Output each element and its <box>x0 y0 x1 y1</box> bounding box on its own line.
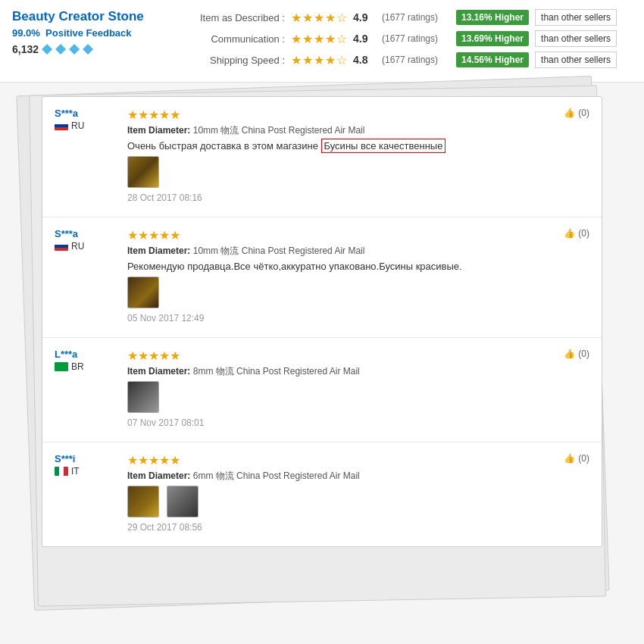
review-text-1: Рекомендую продавца.Все чётко,аккуратно … <box>127 261 462 272</box>
reviewer-name-0[interactable]: S***a <box>55 108 115 119</box>
country-text-3: IT <box>71 466 80 477</box>
rating-score-0: 4.9 <box>353 11 376 23</box>
helpful-count-2: (0) <box>578 349 589 359</box>
review-stars-3: ★★★★★ <box>127 453 360 467</box>
reviewer-country-1: RU <box>55 241 115 252</box>
review-star-icon-3-0: ★ <box>127 454 138 467</box>
star-icon-2-3: ★ <box>325 53 336 67</box>
review-body-0: ★★★★★Item Diameter: 10mm 物流 China Post R… <box>127 108 445 203</box>
country-text-1: RU <box>71 241 84 252</box>
star-icon-1-2: ★ <box>314 32 324 46</box>
star-icon-1-1: ★ <box>302 32 313 46</box>
star-icon-2-0: ★ <box>291 53 302 67</box>
diamond-icon-2 <box>55 44 66 55</box>
review-star-icon-0-1: ★ <box>138 108 148 121</box>
positive-feedback: 99.0% Positive Feedback <box>12 27 164 39</box>
review-star-icon-0-4: ★ <box>170 108 180 121</box>
than-sellers-1: than other sellers <box>535 30 617 47</box>
star-icon-1-4: ☆ <box>336 32 347 46</box>
star-icon-0-2: ★ <box>314 11 324 25</box>
helpful-btn-3[interactable]: 👍(0) <box>564 453 589 464</box>
diamonds-count: 6,132 <box>12 43 39 55</box>
review-star-icon-2-3: ★ <box>159 349 170 362</box>
review-star-icon-3-4: ★ <box>170 454 180 467</box>
top-section: Beauty Creator Stone 99.0% Positive Feed… <box>0 0 644 83</box>
rating-count-0: (1677 ratings) <box>382 12 450 23</box>
helpful-btn-2[interactable]: 👍(0) <box>564 349 589 359</box>
review-body-3: ★★★★★Item Diameter: 6mm 物流 China Post Re… <box>127 453 360 533</box>
helpful-btn-1[interactable]: 👍(0) <box>564 228 589 239</box>
flag-icon-0 <box>55 121 68 130</box>
review-star-icon-2-0: ★ <box>127 349 138 362</box>
review-stars-0: ★★★★★ <box>127 108 445 122</box>
review-thumb-2[interactable] <box>127 381 159 413</box>
review-date-3: 29 Oct 2017 08:56 <box>127 522 360 533</box>
diamond-icon-4 <box>83 44 93 55</box>
seller-name[interactable]: Beauty Creator Stone <box>12 9 164 24</box>
flag-icon-1 <box>55 242 68 251</box>
star-icon-2-2: ★ <box>314 53 324 67</box>
country-text-0: RU <box>71 120 84 131</box>
star-icon-0-1: ★ <box>302 11 313 25</box>
review-main-row-0: S***aRU★★★★★Item Diameter: 10mm 物流 China… <box>55 108 445 203</box>
review-header-1: S***aRU★★★★★Item Diameter: 10mm 物流 China… <box>55 228 589 324</box>
rating-count-2: (1677 ratings) <box>382 55 450 65</box>
rating-stars-2: ★★★★☆ <box>291 53 347 67</box>
review-thumb-1[interactable] <box>127 277 159 308</box>
review-item-0: S***aRU★★★★★Item Diameter: 10mm 物流 China… <box>42 97 602 217</box>
review-text-0: Очень быстрая доставка в этом магазине Б… <box>127 140 445 152</box>
than-sellers-0: than other sellers <box>535 9 617 26</box>
review-header-3: S***iIT★★★★★Item Diameter: 6mm 物流 China … <box>55 453 589 533</box>
thumbup-icon-0: 👍 <box>564 108 575 118</box>
review-meta-0: Item Diameter: 10mm 物流 China Post Regist… <box>127 124 445 137</box>
rating-score-2: 4.8 <box>353 54 376 66</box>
reviewer-country-2: BR <box>55 361 115 372</box>
review-thumb-img-1 <box>128 277 158 308</box>
review-star-icon-1-1: ★ <box>138 229 148 242</box>
helpful-btn-0[interactable]: 👍(0) <box>564 108 589 118</box>
reviewer-name-1[interactable]: S***a <box>55 228 115 239</box>
review-text-part1-1: Рекомендую продавца.Все чётко,аккуратно … <box>127 261 462 272</box>
flag-icon-2 <box>55 362 68 371</box>
review-star-icon-1-4: ★ <box>170 229 180 242</box>
star-icon-2-4: ☆ <box>336 53 347 67</box>
helpful-count-0: (0) <box>578 108 589 118</box>
star-icon-0-4: ☆ <box>336 11 347 25</box>
review-header-0: S***aRU★★★★★Item Diameter: 10mm 物流 China… <box>55 108 589 203</box>
card-stack: S***aRU★★★★★Item Diameter: 10mm 物流 China… <box>42 96 602 547</box>
review-header-2: L***aBR★★★★★Item Diameter: 8mm 物流 China … <box>55 349 589 428</box>
higher-badge-1: 13.69% Higher <box>456 31 529 46</box>
review-thumb-3[interactable] <box>127 486 159 517</box>
reviewer-name-3[interactable]: S***i <box>55 453 115 464</box>
diamond-icon-3 <box>69 44 80 55</box>
review-star-icon-0-0: ★ <box>127 108 138 121</box>
diamond-icon-1 <box>42 44 52 55</box>
rating-row-0: Item as Described :★★★★☆4.9(1677 ratings… <box>179 9 632 26</box>
country-text-2: BR <box>71 361 84 372</box>
review-main-row-1: S***aRU★★★★★Item Diameter: 10mm 物流 China… <box>55 228 462 324</box>
star-icon-1-0: ★ <box>291 32 302 46</box>
review-star-icon-1-2: ★ <box>148 229 159 242</box>
star-icon-2-1: ★ <box>302 53 313 67</box>
helpful-count-1: (0) <box>578 228 589 239</box>
review-item-1: S***aRU★★★★★Item Diameter: 10mm 物流 China… <box>42 217 602 338</box>
review-star-icon-3-1: ★ <box>138 454 148 467</box>
review-meta-2: Item Diameter: 8mm 物流 China Post Registe… <box>127 365 360 378</box>
review-thumb-img-2 <box>128 382 158 412</box>
review-thumb2-3[interactable] <box>167 486 199 517</box>
seller-info: Beauty Creator Stone 99.0% Positive Feed… <box>12 9 164 55</box>
star-icon-0-0: ★ <box>291 11 302 25</box>
review-star-icon-1-0: ★ <box>127 229 138 242</box>
review-date-1: 05 Nov 2017 12:49 <box>127 313 462 324</box>
positive-feedback-label: Positive Feedback <box>45 27 131 39</box>
review-body-1: ★★★★★Item Diameter: 10mm 物流 China Post R… <box>127 228 462 324</box>
review-star-icon-1-3: ★ <box>159 229 170 242</box>
review-thumb-0[interactable] <box>127 156 159 188</box>
rating-stars-1: ★★★★☆ <box>291 32 347 46</box>
review-main-row-3: S***iIT★★★★★Item Diameter: 6mm 物流 China … <box>55 453 360 533</box>
reviewer-name-2[interactable]: L***a <box>55 349 115 360</box>
review-main-row-2: L***aBR★★★★★Item Diameter: 8mm 物流 China … <box>55 349 360 428</box>
reviewer-country-0: RU <box>55 120 115 131</box>
higher-badge-2: 14.56% Higher <box>456 52 529 67</box>
review-date-2: 07 Nov 2017 08:01 <box>127 417 360 428</box>
